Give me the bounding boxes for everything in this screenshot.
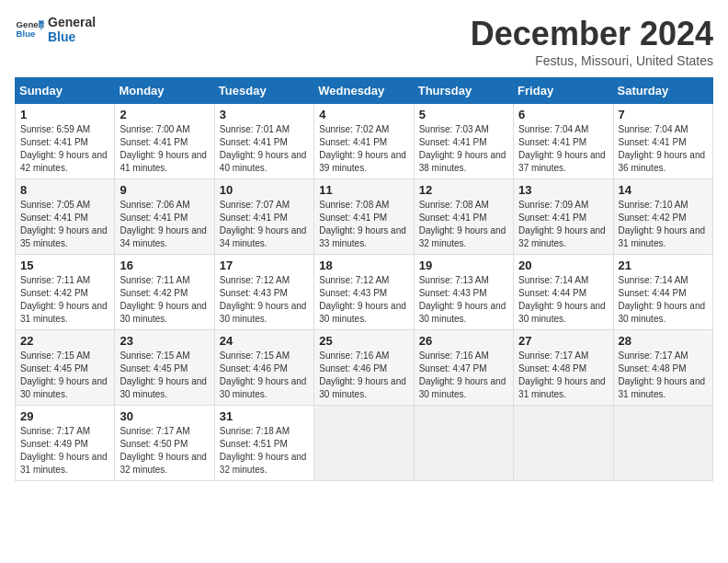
day-cell-10: 10Sunrise: 7:07 AMSunset: 4:41 PMDayligh… <box>214 179 313 255</box>
day-info: Sunrise: 7:09 AMSunset: 4:41 PMDaylight:… <box>518 199 608 250</box>
day-info: Sunrise: 7:17 AMSunset: 4:50 PMDaylight:… <box>119 425 209 477</box>
empty-cell <box>613 406 712 481</box>
day-number: 17 <box>220 259 309 272</box>
day-info: Sunrise: 7:12 AMSunset: 4:43 PMDaylight:… <box>220 274 309 326</box>
day-info: Sunrise: 6:59 AMSunset: 4:41 PMDaylight:… <box>20 123 109 175</box>
day-info: Sunrise: 7:10 AMSunset: 4:42 PMDaylight:… <box>619 199 708 250</box>
day-number: 10 <box>220 183 309 197</box>
day-info: Sunrise: 7:06 AMSunset: 4:41 PMDaylight:… <box>119 199 209 250</box>
day-number: 13 <box>518 183 608 197</box>
day-cell-26: 26Sunrise: 7:16 AMSunset: 4:47 PMDayligh… <box>414 330 513 406</box>
day-cell-5: 5Sunrise: 7:03 AMSunset: 4:41 PMDaylight… <box>414 104 513 179</box>
day-number: 5 <box>419 108 508 121</box>
header: General Blue General Blue December 2024 … <box>15 15 713 68</box>
day-info: Sunrise: 7:16 AMSunset: 4:46 PMDaylight:… <box>319 350 408 401</box>
day-cell-8: 8Sunrise: 7:05 AMSunset: 4:41 PMDaylight… <box>16 179 115 255</box>
day-number: 8 <box>20 183 109 197</box>
day-cell-21: 21Sunrise: 7:14 AMSunset: 4:44 PMDayligh… <box>613 255 712 330</box>
day-cell-3: 3Sunrise: 7:01 AMSunset: 4:41 PMDaylight… <box>214 104 313 179</box>
day-cell-12: 12Sunrise: 7:08 AMSunset: 4:41 PMDayligh… <box>414 179 513 255</box>
day-cell-20: 20Sunrise: 7:14 AMSunset: 4:44 PMDayligh… <box>514 255 613 330</box>
weekday-header-monday: Monday <box>115 78 214 104</box>
day-cell-4: 4Sunrise: 7:02 AMSunset: 4:41 PMDaylight… <box>314 104 414 179</box>
day-cell-24: 24Sunrise: 7:15 AMSunset: 4:46 PMDayligh… <box>214 330 313 406</box>
weekday-header-sunday: Sunday <box>16 78 115 104</box>
day-info: Sunrise: 7:11 AMSunset: 4:42 PMDaylight:… <box>119 274 209 326</box>
day-cell-7: 7Sunrise: 7:04 AMSunset: 4:41 PMDaylight… <box>613 104 712 179</box>
day-number: 6 <box>518 108 608 121</box>
day-number: 2 <box>119 108 209 121</box>
day-cell-14: 14Sunrise: 7:10 AMSunset: 4:42 PMDayligh… <box>613 179 712 255</box>
logo-icon: General Blue <box>15 15 44 44</box>
day-info: Sunrise: 7:02 AMSunset: 4:41 PMDaylight:… <box>319 123 408 175</box>
day-number: 26 <box>419 334 508 348</box>
day-info: Sunrise: 7:08 AMSunset: 4:41 PMDaylight:… <box>419 199 508 250</box>
day-number: 14 <box>619 183 708 197</box>
day-number: 15 <box>20 259 109 272</box>
week-row-4: 22Sunrise: 7:15 AMSunset: 4:45 PMDayligh… <box>16 330 713 406</box>
day-info: Sunrise: 7:15 AMSunset: 4:46 PMDaylight:… <box>220 350 309 401</box>
day-number: 16 <box>119 259 209 272</box>
day-number: 12 <box>419 183 508 197</box>
day-info: Sunrise: 7:17 AMSunset: 4:49 PMDaylight:… <box>20 425 109 477</box>
day-number: 11 <box>319 183 408 197</box>
week-row-3: 15Sunrise: 7:11 AMSunset: 4:42 PMDayligh… <box>16 255 713 330</box>
weekday-header-wednesday: Wednesday <box>314 78 414 104</box>
day-cell-29: 29Sunrise: 7:17 AMSunset: 4:49 PMDayligh… <box>16 406 115 481</box>
day-cell-19: 19Sunrise: 7:13 AMSunset: 4:43 PMDayligh… <box>414 255 513 330</box>
day-number: 29 <box>20 409 109 423</box>
day-cell-18: 18Sunrise: 7:12 AMSunset: 4:43 PMDayligh… <box>314 255 414 330</box>
day-cell-17: 17Sunrise: 7:12 AMSunset: 4:43 PMDayligh… <box>214 255 313 330</box>
empty-cell <box>314 406 414 481</box>
day-number: 25 <box>319 334 408 348</box>
day-cell-30: 30Sunrise: 7:17 AMSunset: 4:50 PMDayligh… <box>115 406 214 481</box>
logo-text-general: General <box>48 15 96 29</box>
day-info: Sunrise: 7:03 AMSunset: 4:41 PMDaylight:… <box>419 123 508 175</box>
day-info: Sunrise: 7:04 AMSunset: 4:41 PMDaylight:… <box>619 123 708 175</box>
week-row-2: 8Sunrise: 7:05 AMSunset: 4:41 PMDaylight… <box>16 179 713 255</box>
day-number: 4 <box>319 108 408 121</box>
svg-text:Blue: Blue <box>17 29 36 39</box>
day-info: Sunrise: 7:15 AMSunset: 4:45 PMDaylight:… <box>20 350 109 401</box>
day-cell-9: 9Sunrise: 7:06 AMSunset: 4:41 PMDaylight… <box>115 179 214 255</box>
calendar-subtitle: Festus, Missouri, United States <box>471 53 713 68</box>
day-number: 1 <box>20 108 109 121</box>
day-number: 9 <box>119 183 209 197</box>
day-number: 20 <box>518 259 608 272</box>
day-cell-11: 11Sunrise: 7:08 AMSunset: 4:41 PMDayligh… <box>314 179 414 255</box>
day-number: 22 <box>20 334 109 348</box>
day-number: 24 <box>220 334 309 348</box>
day-cell-28: 28Sunrise: 7:17 AMSunset: 4:48 PMDayligh… <box>613 330 712 406</box>
day-number: 7 <box>619 108 708 121</box>
day-info: Sunrise: 7:18 AMSunset: 4:51 PMDaylight:… <box>220 425 309 477</box>
week-row-5: 29Sunrise: 7:17 AMSunset: 4:49 PMDayligh… <box>16 406 713 481</box>
logo-text-blue: Blue <box>48 29 96 44</box>
day-info: Sunrise: 7:11 AMSunset: 4:42 PMDaylight:… <box>20 274 109 326</box>
day-number: 27 <box>518 334 608 348</box>
day-number: 23 <box>119 334 209 348</box>
day-cell-6: 6Sunrise: 7:04 AMSunset: 4:41 PMDaylight… <box>514 104 613 179</box>
day-info: Sunrise: 7:05 AMSunset: 4:41 PMDaylight:… <box>20 199 109 250</box>
day-info: Sunrise: 7:04 AMSunset: 4:41 PMDaylight:… <box>518 123 608 175</box>
day-number: 19 <box>419 259 508 272</box>
day-cell-2: 2Sunrise: 7:00 AMSunset: 4:41 PMDaylight… <box>115 104 214 179</box>
empty-cell <box>414 406 513 481</box>
day-number: 31 <box>220 409 309 423</box>
day-cell-23: 23Sunrise: 7:15 AMSunset: 4:45 PMDayligh… <box>115 330 214 406</box>
day-cell-22: 22Sunrise: 7:15 AMSunset: 4:45 PMDayligh… <box>16 330 115 406</box>
day-info: Sunrise: 7:15 AMSunset: 4:45 PMDaylight:… <box>119 350 209 401</box>
weekday-header-saturday: Saturday <box>613 78 712 104</box>
weekday-header-thursday: Thursday <box>414 78 513 104</box>
day-number: 3 <box>220 108 309 121</box>
weekday-header-row: SundayMondayTuesdayWednesdayThursdayFrid… <box>16 78 713 104</box>
day-info: Sunrise: 7:17 AMSunset: 4:48 PMDaylight:… <box>518 350 608 401</box>
week-row-1: 1Sunrise: 6:59 AMSunset: 4:41 PMDaylight… <box>16 104 713 179</box>
day-info: Sunrise: 7:00 AMSunset: 4:41 PMDaylight:… <box>119 123 209 175</box>
day-number: 30 <box>119 409 209 423</box>
day-cell-27: 27Sunrise: 7:17 AMSunset: 4:48 PMDayligh… <box>514 330 613 406</box>
day-cell-31: 31Sunrise: 7:18 AMSunset: 4:51 PMDayligh… <box>214 406 313 481</box>
day-number: 18 <box>319 259 408 272</box>
day-cell-15: 15Sunrise: 7:11 AMSunset: 4:42 PMDayligh… <box>16 255 115 330</box>
day-number: 21 <box>619 259 708 272</box>
day-info: Sunrise: 7:12 AMSunset: 4:43 PMDaylight:… <box>319 274 408 326</box>
